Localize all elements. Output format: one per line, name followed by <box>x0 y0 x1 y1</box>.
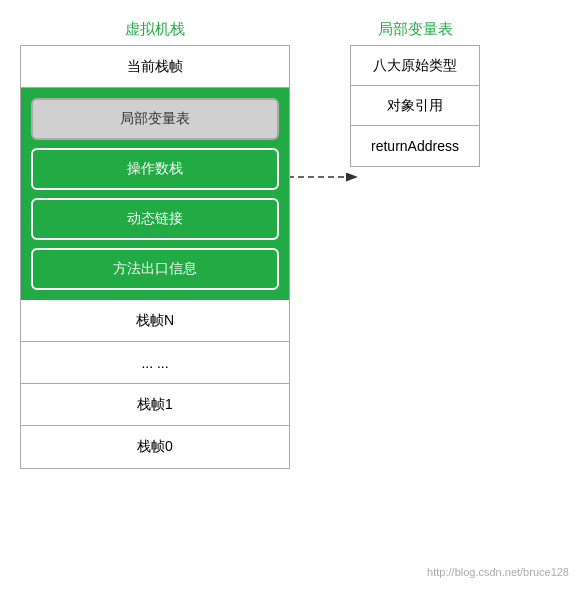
current-frame-green-section: 局部变量表 操作数栈 动态链接 方法出口信息 <box>21 88 289 300</box>
watermark: http://blog.csdn.net/bruce128 <box>427 566 569 578</box>
locals-box: 局部变量表 <box>31 98 279 140</box>
method-exit-box: 方法出口信息 <box>31 248 279 290</box>
locals-table: 八大原始类型 对象引用 returnAddress <box>350 45 480 167</box>
stack-outer-box: 当前栈帧 局部变量表 操作数栈 动态链接 方法出口信息 <box>20 45 290 469</box>
stack-title: 虚拟机栈 <box>125 20 185 39</box>
stack-row-dots: ... ... <box>21 342 289 384</box>
locals-row-returnaddress: returnAddress <box>351 126 479 166</box>
operand-stack-label: 操作数栈 <box>127 160 183 178</box>
current-frame-label: 当前栈帧 <box>127 58 183 76</box>
dynamic-link-box: 动态链接 <box>31 198 279 240</box>
locals-row-primitives: 八大原始类型 <box>351 46 479 86</box>
locals-row-reference: 对象引用 <box>351 86 479 126</box>
stack-row-0: 栈帧0 <box>21 426 289 468</box>
operand-stack-box: 操作数栈 <box>31 148 279 190</box>
dynamic-link-label: 动态链接 <box>127 210 183 228</box>
locals-box-label: 局部变量表 <box>120 110 190 128</box>
stack-row-1: 栈帧1 <box>21 384 289 426</box>
method-exit-label: 方法出口信息 <box>113 260 197 278</box>
stack-row-n: 栈帧N <box>21 300 289 342</box>
locals-title: 局部变量表 <box>378 20 453 39</box>
locals-section: 局部变量表 八大原始类型 对象引用 returnAddress <box>350 20 480 570</box>
current-frame-label-row: 当前栈帧 <box>21 46 289 88</box>
virtual-stack-section: 虚拟机栈 当前栈帧 局部变量表 操作数栈 动态链接 <box>20 20 290 570</box>
